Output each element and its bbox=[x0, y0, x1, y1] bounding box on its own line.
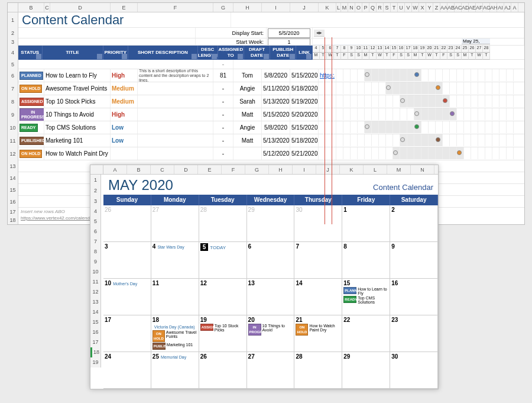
col-publish[interactable]: PUBLISH DATE bbox=[270, 46, 296, 60]
link-cell[interactable]: https://ww bbox=[320, 72, 335, 79]
table-row[interactable]: IN PROGRESS10 Things to AvoidHigh-Matt5/… bbox=[18, 108, 524, 121]
calendar-day[interactable]: 14 bbox=[294, 279, 342, 315]
row-header-cell[interactable]: 18 bbox=[90, 347, 101, 357]
calendar-day[interactable]: 3 bbox=[103, 242, 151, 278]
calendar-day[interactable]: 8 bbox=[342, 242, 390, 278]
col-header-cell[interactable]: AG bbox=[483, 3, 490, 12]
calendar-day[interactable]: 25Memorial Day bbox=[151, 352, 199, 388]
col-assigned[interactable]: ASSIGNED TO bbox=[218, 46, 244, 60]
calendar-day[interactable]: 29 bbox=[342, 352, 390, 388]
filter-dropdown-icon[interactable] bbox=[192, 54, 197, 59]
row-header-cell[interactable]: 2 bbox=[8, 28, 18, 38]
calendar-day[interactable]: 27 bbox=[247, 352, 295, 388]
col-header-cell[interactable]: V bbox=[405, 3, 412, 12]
filter-dropdown-icon[interactable] bbox=[238, 54, 243, 59]
col-header-cell[interactable]: Y bbox=[426, 3, 433, 12]
calendar-day[interactable]: 30 bbox=[294, 205, 342, 241]
col-header-cell[interactable]: O bbox=[355, 3, 362, 12]
row-header-cell[interactable]: 11 bbox=[90, 277, 101, 287]
row-header-cell[interactable]: 9 bbox=[8, 108, 18, 121]
col-header-cell[interactable]: J bbox=[290, 3, 319, 12]
col-header-cell[interactable]: AE bbox=[469, 3, 476, 12]
row-header-cell[interactable]: 14 bbox=[8, 172, 18, 184]
col-header-cell[interactable]: I bbox=[293, 165, 316, 174]
calendar-day[interactable]: 17 bbox=[103, 315, 151, 352]
col-header-cell[interactable]: AI bbox=[497, 3, 504, 12]
start-week-input[interactable]: 1 bbox=[268, 38, 310, 45]
row-header-cell[interactable]: 15 bbox=[8, 184, 18, 196]
col-header-cell[interactable]: AH bbox=[490, 3, 497, 12]
row-header-cell[interactable]: 3 bbox=[90, 196, 101, 207]
row-header-cell[interactable]: 10 bbox=[90, 267, 101, 277]
row-header-cell[interactable]: 19 bbox=[90, 357, 101, 367]
calendar-event[interactable]: PLANNEDHow to Learn to Fly bbox=[343, 287, 388, 295]
col-header-cell[interactable]: H bbox=[233, 3, 262, 12]
col-header-cell[interactable]: AJ bbox=[504, 3, 511, 12]
timeline-scrollbar[interactable]: ◂▸ bbox=[314, 30, 325, 37]
table-row[interactable]: READYTop CMS SolutionsLow-Angie5/8/20205… bbox=[18, 121, 524, 134]
calendar-day[interactable]: 4Star Wars Day bbox=[151, 242, 199, 278]
col-title[interactable]: TITLE bbox=[43, 46, 103, 60]
row-header-cell[interactable]: 1 bbox=[8, 12, 18, 28]
table-row[interactable]: PLANNEDHow to Learn to FlyHighThis is a … bbox=[18, 69, 524, 82]
row-header-cell[interactable]: 17 bbox=[8, 208, 18, 216]
col-link[interactable]: LINK bbox=[296, 46, 313, 60]
col-header-cell[interactable]: H bbox=[269, 165, 293, 174]
calendar-day[interactable]: 20INPROGRESS10 Things to Avoid bbox=[247, 315, 295, 352]
table-row[interactable]: ASSIGNEDTop 10 Stock PicksMedium-Sarah5/… bbox=[18, 95, 524, 108]
row-header-cell[interactable]: 4 bbox=[8, 46, 18, 60]
filter-dropdown-icon[interactable] bbox=[212, 54, 217, 59]
col-header-cell[interactable]: J bbox=[316, 165, 340, 174]
row-header-cell[interactable]: 16 bbox=[8, 196, 18, 208]
row-header-cell[interactable]: 6 bbox=[8, 69, 18, 82]
calendar-event[interactable]: ONHOLDAwesome Travel Points bbox=[153, 330, 197, 342]
col-header-cell[interactable]: C bbox=[151, 165, 174, 174]
col-header-cell[interactable]: L bbox=[364, 165, 387, 174]
calendar-day[interactable]: 13 bbox=[247, 279, 295, 315]
calendar-day[interactable]: 1 bbox=[342, 205, 390, 241]
col-header-cell[interactable]: X bbox=[419, 3, 426, 12]
col-len[interactable]: DESC LENGTH bbox=[198, 46, 218, 60]
col-header-cell[interactable]: M bbox=[341, 3, 348, 12]
col-header-cell[interactable]: AA bbox=[440, 3, 447, 12]
calendar-event[interactable]: READYTop CMS Solutions bbox=[343, 296, 388, 304]
col-header-cell[interactable]: B bbox=[127, 165, 151, 174]
calendar-event[interactable]: INPROGRESS10 Things to Avoid bbox=[248, 324, 293, 336]
display-start-input[interactable]: 5/5/2020 bbox=[268, 28, 310, 38]
table-row[interactable]: PUBLISHEDMarketing 101Low-Matt5/13/20205… bbox=[18, 134, 524, 147]
col-header-cell[interactable]: AF bbox=[476, 3, 483, 12]
col-header-cell[interactable]: L bbox=[336, 3, 341, 12]
calendar-day[interactable]: 10Mother's Day bbox=[103, 279, 151, 315]
col-header-cell[interactable]: B bbox=[18, 3, 44, 12]
row-header-cell[interactable]: 2 bbox=[90, 185, 101, 196]
col-header-cell[interactable]: G bbox=[245, 165, 269, 174]
calendar-day[interactable]: 30 bbox=[390, 352, 438, 388]
calendar-day[interactable]: 23 bbox=[390, 315, 438, 352]
col-header-cell[interactable]: K bbox=[319, 3, 336, 12]
calendar-day[interactable]: 26 bbox=[199, 352, 247, 388]
filter-dropdown-icon[interactable] bbox=[264, 54, 269, 59]
row-header-cell[interactable]: 16 bbox=[90, 327, 101, 337]
calendar-day[interactable]: 5TODAY bbox=[199, 242, 247, 278]
col-header-cell[interactable]: D bbox=[50, 3, 111, 12]
row-header-cell[interactable]: 13 bbox=[90, 297, 101, 307]
calendar-event[interactable]: PUBLISHEDMarketing 101 bbox=[153, 343, 197, 350]
col-header-cell[interactable]: F bbox=[222, 165, 245, 174]
col-header-cell[interactable]: P bbox=[362, 3, 369, 12]
col-header-cell[interactable]: A bbox=[511, 3, 518, 12]
col-header-cell[interactable]: Q bbox=[369, 3, 377, 12]
filter-dropdown-icon[interactable] bbox=[97, 54, 102, 59]
col-draft[interactable]: DRAFT DATE bbox=[244, 46, 270, 60]
row-header-cell[interactable]: 4 bbox=[90, 207, 101, 217]
col-header-cell[interactable]: E bbox=[198, 165, 222, 174]
col-header-cell[interactable]: E bbox=[111, 3, 138, 12]
calendar-day[interactable]: 2 bbox=[390, 205, 438, 241]
calendar-day[interactable]: 28 bbox=[199, 205, 247, 241]
calendar-event[interactable]: ASSIGNEDTop 10 Stock Picks bbox=[200, 324, 245, 332]
row-header-cell[interactable]: 8 bbox=[90, 247, 101, 257]
col-header-cell[interactable]: W bbox=[412, 3, 419, 12]
calendar-day[interactable]: 19ASSIGNEDTop 10 Stock Picks bbox=[199, 315, 247, 352]
calendar-day[interactable]: 6 bbox=[247, 242, 295, 278]
row-header-cell[interactable]: 1 bbox=[90, 175, 101, 185]
col-header-cell[interactable]: R bbox=[377, 3, 384, 12]
